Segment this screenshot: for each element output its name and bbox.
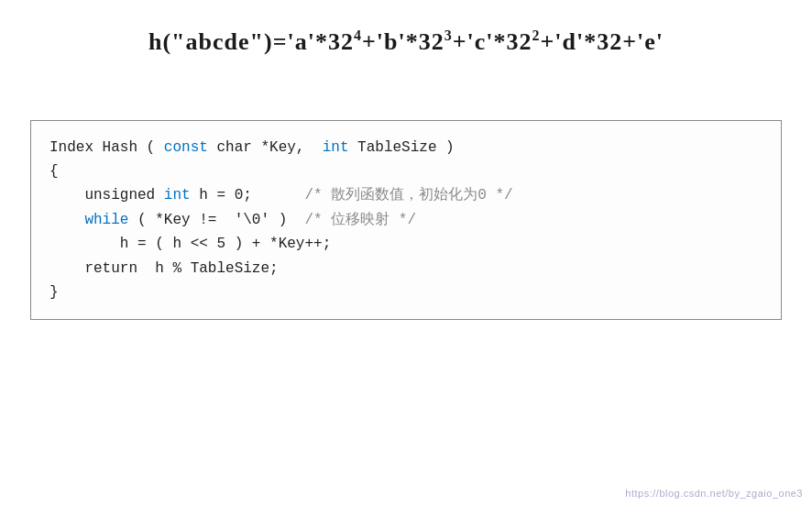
formula-section: h("abcde")='a'*324+'b'*323+'c'*322+'d'*3…: [27, 28, 785, 56]
code-line-7: }: [49, 280, 763, 304]
code-line-1: Index Hash ( const char *Key, int TableS…: [49, 136, 763, 160]
code-line-2: {: [49, 160, 763, 183]
comment-1: /* 散列函数值，初始化为0 */: [304, 187, 512, 204]
formula-display: h("abcde")='a'*324+'b'*323+'c'*322+'d'*3…: [148, 28, 664, 56]
keyword-int-2: int: [164, 187, 191, 204]
code-line-6: return h % TableSize;: [49, 257, 763, 280]
keyword-const: const: [164, 139, 208, 156]
watermark: https://blog.csdn.net/by_zgaio_one3: [625, 488, 803, 499]
code-block: Index Hash ( const char *Key, int TableS…: [30, 120, 782, 321]
code-line-3: unsigned int h = 0; /* 散列函数值，初始化为0 */: [49, 183, 763, 207]
page-container: h("abcde")='a'*324+'b'*323+'c'*322+'d'*3…: [0, 0, 812, 506]
keyword-while: while: [84, 212, 128, 228]
code-line-4: while ( *Key != '\0' ) /* 位移映射 */: [49, 208, 763, 232]
comment-2: /* 位移映射 */: [304, 212, 416, 228]
keyword-int-1: int: [323, 139, 349, 156]
code-line-5: h = ( h << 5 ) + *Key++;: [49, 232, 763, 256]
